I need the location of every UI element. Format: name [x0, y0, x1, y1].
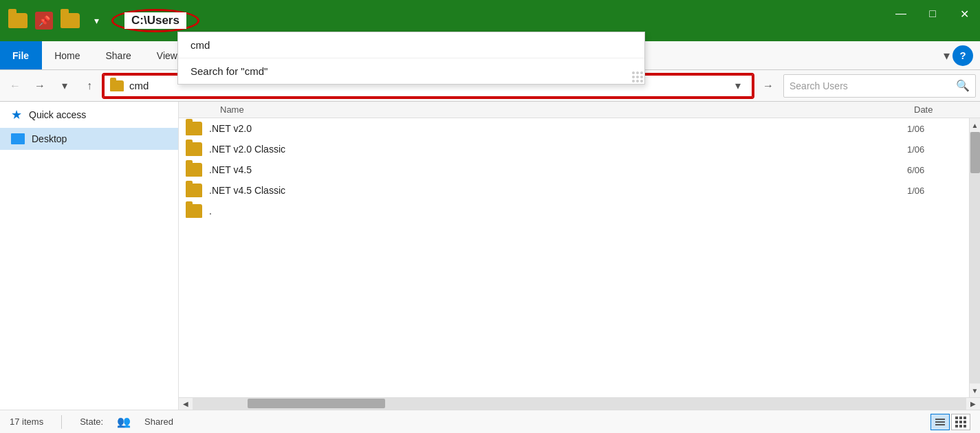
desktop-icon	[11, 133, 25, 144]
star-icon: ★	[11, 107, 22, 122]
tiles-view-icon	[955, 417, 966, 428]
search-icon[interactable]: 🔍	[956, 79, 970, 92]
resize-corner	[631, 70, 644, 84]
tab-file[interactable]: File	[0, 41, 42, 69]
autocomplete-item-search[interactable]: Search for "cmd"	[178, 58, 644, 84]
ribbon-chevron-icon[interactable]: ▾	[944, 48, 950, 63]
minimize-button[interactable]: —	[885, 3, 917, 25]
file-list-area: Name Date .NET v2.0 1/06 .NET v2.0 Class…	[179, 102, 980, 397]
search-box: Search Users 🔍	[783, 74, 976, 98]
tab-home[interactable]: Home	[42, 41, 93, 69]
file-name: .NET v4.5 Classic	[209, 185, 900, 196]
folder-icon	[186, 122, 202, 135]
sidebar-item-desktop[interactable]: Desktop	[0, 128, 178, 150]
state-label: State:	[80, 417, 103, 427]
folder-icon	[186, 184, 202, 197]
go-button[interactable]: →	[756, 74, 781, 98]
vertical-scrollbar[interactable]: ▲ ▼	[969, 118, 980, 397]
file-date: 6/06	[907, 165, 962, 175]
recent-locations-button[interactable]: ▾	[54, 75, 76, 97]
up-button[interactable]: ↑	[78, 75, 100, 97]
window-controls: — □ ✕	[885, 0, 980, 41]
file-name: .NET v2.0 Classic	[209, 144, 900, 155]
table-row[interactable]: .NET v4.5 6/06	[179, 159, 969, 180]
folder-icon	[186, 204, 202, 218]
title-path-highlight: C:\Users	[111, 9, 199, 32]
table-row[interactable]: .	[179, 201, 969, 221]
file-list-with-scrollbar: .NET v2.0 1/06 .NET v2.0 Classic 1/06 .N…	[179, 118, 980, 397]
help-button[interactable]: ?	[952, 45, 973, 66]
scroll-right-arrow[interactable]: ▶	[966, 398, 980, 410]
scroll-down-arrow[interactable]: ▼	[970, 384, 981, 397]
scroll-up-arrow[interactable]: ▲	[970, 118, 981, 132]
status-divider-1	[61, 415, 62, 429]
autocomplete-item-cmd[interactable]: cmd	[178, 32, 644, 58]
address-dropdown-button[interactable]: ▾	[730, 76, 746, 96]
sidebar-item-quick-access[interactable]: ★ Quick access	[0, 102, 178, 128]
shared-label: Shared	[144, 417, 173, 427]
table-row[interactable]: .NET v4.5 Classic 1/06	[179, 180, 969, 201]
tiles-view-button[interactable]	[951, 414, 970, 430]
scroll-thumb[interactable]	[970, 132, 980, 173]
autocomplete-dropdown: cmd Search for "cmd"	[177, 32, 645, 85]
file-area: Name Date .NET v2.0 1/06 .NET v2.0 Class…	[179, 102, 980, 410]
file-list-header: Name Date	[179, 102, 980, 118]
file-name: .NET v4.5	[209, 164, 900, 175]
folder-icon	[186, 163, 202, 177]
forward-button[interactable]: →	[29, 75, 51, 97]
view-icons-area	[930, 414, 970, 430]
col-name-header: Name	[179, 104, 914, 115]
close-button[interactable]: ✕	[948, 3, 980, 25]
main-area: ★ Quick access Desktop Name Date .NET v2…	[0, 102, 980, 410]
folder-icon-2	[59, 10, 81, 32]
status-bar: 17 items State: 👥 Shared	[0, 410, 980, 433]
details-view-icon	[935, 419, 945, 425]
sidebar: ★ Quick access Desktop	[0, 102, 179, 410]
file-list: .NET v2.0 1/06 .NET v2.0 Classic 1/06 .N…	[179, 118, 969, 397]
items-count: 17 items	[10, 417, 43, 427]
address-folder-icon	[110, 80, 124, 91]
ribbon-expand-area: ▾ ?	[937, 41, 980, 69]
file-name: .	[209, 206, 900, 216]
file-date: 1/06	[907, 124, 962, 134]
folder-icon	[186, 142, 202, 156]
scroll-track[interactable]	[970, 132, 980, 384]
file-date: 1/06	[907, 144, 962, 155]
h-scroll-track[interactable]	[193, 398, 966, 410]
shared-state-icon: 👥	[117, 415, 131, 428]
col-date-header: Date	[914, 104, 969, 115]
table-row[interactable]: .NET v2.0 1/06	[179, 118, 969, 139]
title-path[interactable]: C:\Users	[124, 12, 186, 29]
back-button[interactable]: ←	[4, 75, 26, 97]
details-view-button[interactable]	[930, 414, 950, 430]
search-placeholder: Search Users	[790, 80, 952, 91]
dropdown-arrow-icon[interactable]: ▾	[85, 10, 107, 32]
scroll-left-arrow[interactable]: ◀	[179, 398, 193, 410]
file-date: 1/06	[907, 186, 962, 196]
tab-share[interactable]: Share	[93, 41, 144, 69]
horizontal-scrollbar[interactable]: ◀ ▶	[179, 397, 980, 410]
title-bar-icons: 📌 ▾	[7, 10, 107, 32]
folder-icon-1	[7, 10, 29, 32]
table-row[interactable]: .NET v2.0 Classic 1/06	[179, 139, 969, 159]
maximize-button[interactable]: □	[917, 3, 948, 25]
h-scroll-thumb[interactable]	[248, 399, 385, 408]
pin-icon: 📌	[33, 10, 55, 32]
file-name: .NET v2.0	[209, 123, 900, 134]
